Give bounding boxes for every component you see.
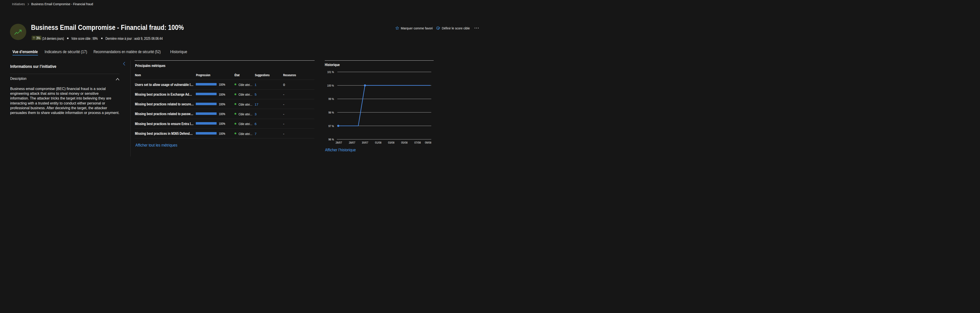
svg-text:03/08: 03/08 (388, 141, 394, 144)
svg-text:28/07: 28/07 (349, 141, 355, 144)
svg-text:26/07: 26/07 (336, 141, 342, 144)
svg-text:07/08: 07/08 (414, 141, 421, 144)
svg-text:05/08: 05/08 (401, 141, 407, 144)
svg-text:30/07: 30/07 (362, 141, 368, 144)
svg-text:100 %: 100 % (327, 84, 334, 87)
svg-text:01/08: 01/08 (375, 141, 381, 144)
svg-text:98 %: 98 % (328, 111, 334, 114)
svg-text:99 %: 99 % (328, 97, 334, 101)
svg-text:97 %: 97 % (328, 124, 334, 128)
svg-text:96 %: 96 % (328, 138, 334, 141)
svg-text:09/08: 09/08 (425, 141, 431, 144)
svg-text:101 %: 101 % (327, 70, 334, 74)
